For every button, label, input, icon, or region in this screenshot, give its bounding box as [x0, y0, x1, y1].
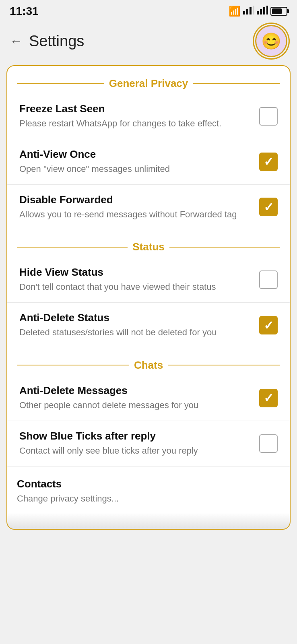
setting-anti-delete-status: Anti-Delete Status Deleted statuses/stor…: [7, 302, 290, 348]
setting-desc-hide-view: Don't tell contact that you have viewed …: [19, 281, 251, 293]
setting-info-blue-ticks: Show Blue Ticks after reply Contact will…: [19, 430, 259, 457]
checkbox-anti-view-once[interactable]: [259, 153, 278, 171]
signal-icon-2: [257, 6, 268, 17]
setting-desc-disable-forward: Allows you to re-send messages without F…: [19, 208, 251, 221]
setting-label-disable-forward: Disable Forwarded: [19, 194, 251, 206]
battery-fill: [272, 8, 282, 14]
status-icons: 📶: [229, 6, 287, 17]
setting-info-anti-view: Anti-View Once Open "view once" messages…: [19, 148, 259, 175]
setting-desc-blue-ticks: Contact will only see blue ticks after y…: [19, 445, 251, 457]
signal-icon-1: [243, 6, 254, 17]
svg-rect-5: [260, 9, 262, 14]
header-left: ← Settings: [10, 33, 84, 50]
battery-icon: [270, 7, 287, 16]
avatar[interactable]: 😊: [255, 25, 287, 57]
wifi-icon: 📶: [229, 6, 241, 17]
svg-rect-4: [257, 11, 259, 14]
setting-label-anti-view: Anti-View Once: [19, 148, 251, 161]
section-header-general-privacy: General Privacy: [7, 66, 290, 94]
setting-info-freeze: Freeze Last Seen Please restart WhatsApp…: [19, 103, 259, 130]
setting-desc-anti-view: Open "view once" messages unlimited: [19, 163, 251, 175]
status-time: 11:31: [10, 5, 39, 18]
checkbox-anti-delete-status[interactable]: [259, 316, 278, 334]
setting-desc-freeze: Please restart WhatsApp for changes to t…: [19, 118, 251, 130]
page-title: Settings: [29, 33, 84, 50]
section-line-chats-right: [168, 365, 280, 365]
section-line-right: [193, 83, 280, 84]
setting-info-hide-view: Hide View Status Don't tell contact that…: [19, 266, 259, 293]
section-line-status-right: [169, 247, 280, 248]
setting-label-hide-view: Hide View Status: [19, 266, 251, 279]
setting-show-blue-ticks: Show Blue Ticks after reply Contact will…: [7, 421, 290, 466]
setting-disable-forwarded: Disable Forwarded Allows you to re-send …: [7, 184, 290, 230]
checkbox-disable-forwarded[interactable]: [259, 198, 278, 216]
setting-anti-delete-messages: Anti-Delete Messages Other people cannot…: [7, 376, 290, 421]
svg-rect-3: [253, 6, 254, 14]
contacts-label: Contacts: [17, 478, 280, 490]
section-line-chats-left: [17, 365, 129, 365]
checkbox-hide-view-status[interactable]: [259, 270, 278, 289]
section-title-status: Status: [132, 241, 164, 253]
svg-rect-6: [263, 7, 265, 14]
contacts-partial: Contacts Change privacy settings...: [7, 466, 290, 513]
avatar-emoji: 😊: [261, 32, 281, 51]
setting-label-blue-ticks: Show Blue Ticks after reply: [19, 430, 251, 442]
svg-rect-1: [246, 9, 248, 14]
setting-info-disable-forward: Disable Forwarded Allows you to re-send …: [19, 194, 259, 221]
fade-overlay: [7, 513, 290, 529]
section-header-chats: Chats: [7, 348, 290, 376]
checkbox-freeze-last-seen[interactable]: [259, 107, 278, 126]
back-button[interactable]: ←: [10, 34, 23, 49]
settings-card: General Privacy Freeze Last Seen Please …: [6, 65, 291, 530]
contacts-desc: Change privacy settings...: [17, 493, 280, 513]
setting-freeze-last-seen: Freeze Last Seen Please restart WhatsApp…: [7, 94, 290, 139]
section-line-status-left: [17, 247, 128, 248]
section-header-status: Status: [7, 229, 290, 257]
svg-rect-2: [250, 7, 252, 14]
section-line-left: [17, 83, 104, 84]
section-title-general-privacy: General Privacy: [109, 77, 188, 90]
setting-info-anti-delete-status: Anti-Delete Status Deleted statuses/stor…: [19, 312, 259, 339]
setting-desc-anti-delete-status: Deleted statuses/stories will not be del…: [19, 326, 251, 339]
status-bar: 11:31 📶: [0, 0, 297, 21]
checkbox-show-blue-ticks[interactable]: [259, 434, 278, 453]
setting-anti-view-once: Anti-View Once Open "view once" messages…: [7, 139, 290, 184]
setting-label-anti-delete-msg: Anti-Delete Messages: [19, 384, 251, 397]
setting-label-anti-delete-status: Anti-Delete Status: [19, 312, 251, 324]
header: ← Settings 😊: [0, 21, 297, 65]
setting-label-freeze: Freeze Last Seen: [19, 103, 251, 115]
section-title-chats: Chats: [134, 359, 163, 372]
setting-info-anti-delete-msg: Anti-Delete Messages Other people cannot…: [19, 384, 259, 412]
checkbox-anti-delete-messages[interactable]: [259, 389, 278, 407]
setting-hide-view-status: Hide View Status Don't tell contact that…: [7, 257, 290, 302]
svg-rect-0: [243, 11, 245, 14]
setting-desc-anti-delete-msg: Other people cannot delete messages for …: [19, 399, 251, 412]
svg-rect-7: [266, 6, 268, 14]
